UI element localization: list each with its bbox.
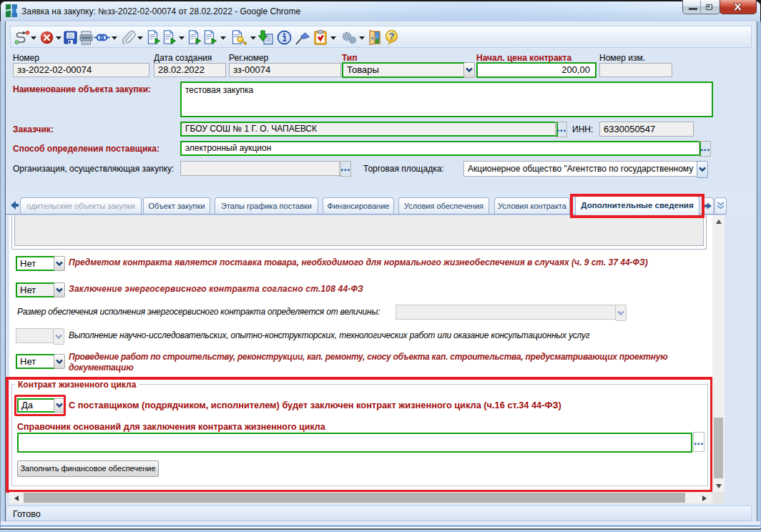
svg-text:?: ? [389,31,395,41]
